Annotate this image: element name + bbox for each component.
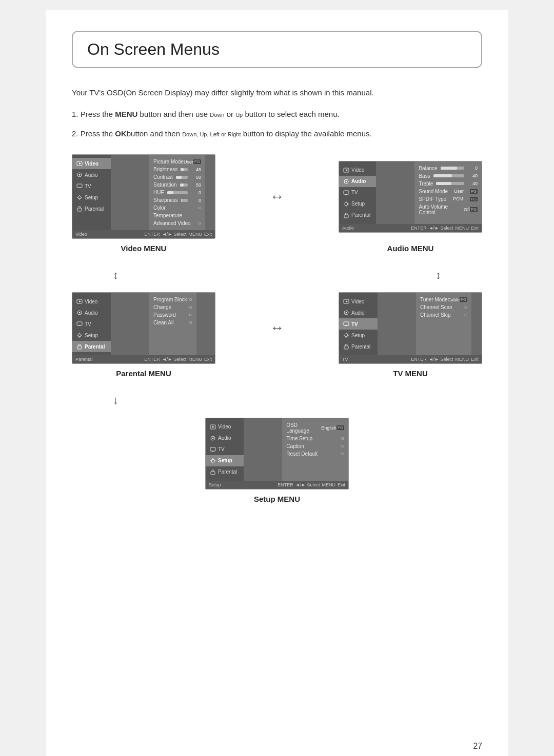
sidebar-tv-p: TV [72, 318, 111, 330]
sidebar-audio: Audio [72, 169, 111, 180]
sidebar-parental-p: Parental [72, 341, 111, 352]
parental-menu-label: Parental MENU [116, 369, 171, 378]
row-clean-all: Clean All G [153, 319, 192, 326]
row-password: Password G [153, 311, 192, 319]
row-balance: Balance 0 [419, 165, 478, 172]
svg-point-3 [79, 174, 81, 176]
v-arrow-right: ↕ [436, 269, 441, 282]
row-picture-mode: Picture Mode User FG [153, 158, 201, 166]
row-brightness: Brightness 45 [153, 166, 201, 173]
top-label-row: Video MENU Audio MENU [72, 244, 482, 253]
row-change: Change G [153, 303, 192, 311]
video-footer: Video ENTER ◄/► Select MENU Exit [72, 230, 215, 238]
svg-marker-37 [346, 300, 348, 302]
sidebar-audio-p: Audio [72, 307, 111, 318]
row-reset-default: Reset Default G [286, 450, 344, 458]
tv-menu-box: Video Audio TV Setup [339, 292, 482, 364]
svg-marker-49 [212, 426, 214, 428]
video-sidebar: Video Audio TV Setup [72, 155, 111, 230]
row-sound-mode: Sound Mode User FG [419, 188, 478, 195]
parental-footer: Parental ENTER ◄/► Select MENU Exit [72, 355, 215, 363]
svg-rect-5 [78, 188, 81, 188]
sidebar-tv-a: TV [339, 187, 376, 198]
row-treble: Treble 40 [419, 180, 478, 188]
sidebar-parental: Parental [72, 203, 111, 214]
sidebar-parental-s: Parental [206, 466, 244, 478]
tv-footer: TV ENTER ◄/► Select MENU Exit [339, 355, 482, 363]
v-arrow-bottom-area: ↓ [72, 394, 482, 407]
svg-rect-16 [344, 191, 349, 194]
row-tuner-mode: Tuner Mode Cable FG [420, 296, 467, 303]
svg-point-39 [346, 312, 347, 314]
sidebar-setup-a: Setup [339, 198, 376, 210]
diagrams-area: Video Audio TV Setup [72, 154, 482, 503]
vertical-arrows-top: ↕ ↕ [72, 269, 482, 282]
svg-rect-4 [77, 184, 82, 188]
row-avc: Auto Volume Control Off FG [419, 203, 478, 216]
page-title: On Screen Menus [87, 40, 467, 59]
svg-marker-1 [79, 162, 81, 165]
sidebar-setup-p: Setup [72, 330, 111, 341]
mid-arrow: ↔ [262, 320, 292, 336]
row-advanced-video: Advanced Video G [153, 219, 201, 227]
svg-rect-29 [78, 325, 81, 326]
row-spdif: SPDIF Type PCM FG [419, 195, 478, 203]
row-hue: HUE 0 [153, 189, 201, 196]
sidebar-parental-t: Parental [339, 341, 378, 352]
sidebar-audio-t: Audio [339, 307, 378, 318]
sidebar-tv-t: TV [339, 318, 378, 330]
v-arrow-bottom: ↓ [113, 394, 118, 407]
sidebar-audio-a: Audio [339, 176, 376, 187]
sidebar-video-s: Video [206, 421, 244, 433]
intro-text: Your TV's OSD(On Screen Display) may dif… [72, 87, 482, 99]
step1: 1. Press the MENU button and then use Do… [72, 108, 482, 120]
sidebar-tv: TV [72, 180, 111, 192]
row-contrast: Contrast 50 [153, 173, 201, 181]
top-arrow: ↔ [262, 189, 292, 205]
parental-menu-box: Video Audio TV Setup [72, 292, 215, 364]
sidebar-video-t: Video [339, 296, 378, 307]
mid-label-row: Parental MENU TV MENU [72, 369, 482, 378]
audio-sidebar: Video Audio TV Setup [339, 161, 376, 224]
svg-rect-28 [77, 322, 82, 325]
row-color: Color G [153, 204, 201, 212]
parental-sidebar: Video Audio TV Setup [72, 293, 111, 355]
svg-rect-17 [345, 194, 347, 195]
row-sharpness: Sharpness 0 [153, 196, 201, 204]
tv-main: Tuner Mode Cable FG Channel Scan G Chann… [416, 293, 471, 355]
row-channel-skip: Channel Skip G [420, 311, 467, 319]
sidebar-audio-s: Audio [206, 433, 244, 444]
row-program-block: Program Block G [153, 296, 192, 303]
svg-rect-59 [211, 472, 215, 475]
svg-rect-52 [210, 447, 215, 451]
top-menu-row: Video Audio TV Setup [72, 154, 482, 239]
sidebar-setup-s: Setup [206, 455, 244, 466]
page: On Screen Menus Your TV's OSD(On Screen … [46, 10, 508, 756]
parental-main: Program Block G Change G Password G Cl [149, 293, 196, 355]
svg-point-27 [79, 312, 81, 314]
svg-rect-47 [344, 346, 348, 349]
svg-rect-53 [212, 451, 214, 452]
svg-point-18 [345, 202, 348, 206]
svg-point-54 [211, 459, 214, 462]
page-number: 27 [473, 742, 482, 751]
row-channel-scan: Channel Scan G [420, 303, 467, 311]
setup-sidebar: Video Audio TV Setup [206, 418, 244, 481]
audio-footer: Audio ENTER ◄/► Select MENU Exit [339, 224, 482, 232]
title-box: On Screen Menus [72, 31, 482, 68]
v-arrow-left: ↕ [113, 269, 118, 282]
svg-point-30 [78, 334, 81, 337]
video-menu-box: Video Audio TV Setup [72, 154, 215, 239]
audio-menu-box: Video Audio TV Setup [339, 161, 482, 233]
row-osd-language: OSD Language English FG [286, 421, 344, 435]
svg-point-42 [345, 334, 348, 337]
svg-marker-25 [79, 300, 81, 302]
setup-menu-row: Video Audio TV Setup [72, 418, 482, 489]
svg-point-6 [78, 196, 81, 199]
sidebar-video: Video [72, 158, 111, 169]
audio-menu-label: Audio MENU [387, 244, 434, 253]
row-bass: Bass 40 [419, 172, 478, 180]
svg-rect-11 [77, 208, 82, 211]
sidebar-setup: Setup [72, 192, 111, 203]
svg-rect-35 [77, 346, 82, 349]
